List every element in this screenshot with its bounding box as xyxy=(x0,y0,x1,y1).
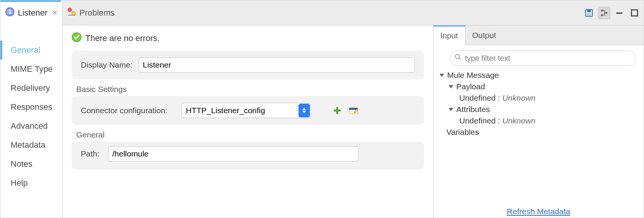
search-icon xyxy=(455,54,462,63)
sidebar-item-metadata[interactable]: Metadata xyxy=(0,136,62,155)
connector-config-label: Connector configuration: xyxy=(81,106,176,115)
tree-toggle-button[interactable] xyxy=(598,7,610,19)
connector-config-select[interactable] xyxy=(182,103,311,118)
add-config-button[interactable] xyxy=(332,106,342,115)
sidebar-item-general[interactable]: General xyxy=(0,41,62,60)
svg-point-4 xyxy=(68,8,72,12)
svg-rect-8 xyxy=(587,10,591,12)
edit-config-button[interactable] xyxy=(349,106,359,115)
svg-point-5 xyxy=(72,11,75,15)
maximize-button[interactable] xyxy=(628,7,641,19)
tab-problems-label: Problems xyxy=(79,8,115,18)
tab-input-label: Input xyxy=(440,31,458,40)
metadata-tree: Mule Message Payload Undefined : Unknown… xyxy=(440,70,640,138)
validation-status: There are no errors. xyxy=(72,32,424,44)
tree-value-type: Unknown xyxy=(502,93,536,103)
display-name-input[interactable] xyxy=(139,57,415,73)
tab-output-label: Output xyxy=(472,31,496,40)
collapse-icon xyxy=(440,74,444,77)
minimize-button[interactable] xyxy=(613,7,625,19)
collapse-icon xyxy=(449,85,453,88)
svg-rect-17 xyxy=(334,110,341,111)
sidebar-item-responses[interactable]: Responses xyxy=(0,98,62,117)
tree-leaf-attributes-value[interactable]: Undefined : Unknown xyxy=(440,115,640,126)
check-icon xyxy=(72,32,82,44)
display-name-label: Display Name: xyxy=(81,60,133,70)
sidebar-item-label: Metadata xyxy=(11,140,46,150)
panel-general: Path: xyxy=(72,142,424,170)
panel-display-name: Display Name: xyxy=(72,51,424,79)
metadata-panel: Input Output Mule Message xyxy=(433,25,644,218)
tab-input[interactable]: Input xyxy=(434,25,465,45)
tree-node-mule-message[interactable]: Mule Message xyxy=(440,70,640,81)
tree-node-attributes[interactable]: Attributes xyxy=(440,104,640,115)
tab-problems[interactable]: Problems xyxy=(63,0,119,25)
tree-label: Attributes xyxy=(456,105,490,114)
svg-rect-6 xyxy=(68,15,75,16)
heading-general: General xyxy=(76,130,424,139)
property-sidebar: General MIME Type Redelivery Responses A… xyxy=(0,25,63,218)
save-button[interactable] xyxy=(583,7,595,19)
path-label: Path: xyxy=(81,149,102,158)
sidebar-item-label: Notes xyxy=(11,159,32,169)
sidebar-item-advanced[interactable]: Advanced xyxy=(0,117,62,136)
tree-label: Payload xyxy=(456,82,485,91)
heading-basic-settings: Basic Settings xyxy=(76,85,424,94)
problems-icon xyxy=(67,7,76,19)
panel-basic-settings: Connector configuration: xyxy=(72,96,424,125)
app-root: Listener ✕ Problems xyxy=(0,0,644,218)
sidebar-item-label: Help xyxy=(11,178,28,188)
sidebar-item-help[interactable]: Help xyxy=(0,174,62,193)
collapse-icon xyxy=(449,108,453,111)
tab-listener[interactable]: Listener ✕ xyxy=(0,0,63,25)
sidebar-item-notes[interactable]: Notes xyxy=(0,155,62,174)
tree-value-key: Undefined : xyxy=(459,116,500,125)
sidebar-item-label: MIME Type xyxy=(11,64,53,74)
svg-rect-14 xyxy=(631,10,638,16)
tree-label: Mule Message xyxy=(447,71,499,80)
form-area: There are no errors. Display Name: Basic… xyxy=(63,25,433,218)
svg-point-20 xyxy=(456,54,460,58)
sidebar-item-mime-type[interactable]: MIME Type xyxy=(0,60,62,79)
editor-tab-strip: Listener ✕ Problems xyxy=(0,0,644,25)
tab-listener-label: Listener xyxy=(18,8,47,18)
tree-label: Variables xyxy=(446,128,479,137)
sidebar-item-label: Redelivery xyxy=(11,83,50,93)
tab-output[interactable]: Output xyxy=(465,25,503,45)
tree-leaf-payload-value[interactable]: Undefined : Unknown xyxy=(440,92,640,104)
tree-value-type: Unknown xyxy=(502,116,536,125)
refresh-metadata-link[interactable]: Refresh Metadata xyxy=(507,207,570,216)
filter-input[interactable] xyxy=(450,51,636,66)
io-tab-strip: Input Output xyxy=(434,25,644,45)
sidebar-item-label: Responses xyxy=(11,102,52,112)
sidebar-item-label: General xyxy=(11,45,40,55)
tree-node-variables[interactable]: Variables xyxy=(440,126,640,138)
tree-value-key: Undefined : xyxy=(459,93,500,103)
svg-rect-9 xyxy=(587,13,591,16)
sidebar-item-label: Advanced xyxy=(11,121,48,131)
validation-text: There are no errors. xyxy=(85,33,160,43)
globe-icon xyxy=(5,7,15,19)
close-icon[interactable]: ✕ xyxy=(52,9,58,17)
tree-node-payload[interactable]: Payload xyxy=(440,81,640,92)
sidebar-item-redelivery[interactable]: Redelivery xyxy=(0,79,62,98)
toolbar xyxy=(583,0,644,25)
svg-line-21 xyxy=(459,58,461,60)
svg-rect-13 xyxy=(616,13,622,14)
path-input[interactable] xyxy=(108,146,358,161)
